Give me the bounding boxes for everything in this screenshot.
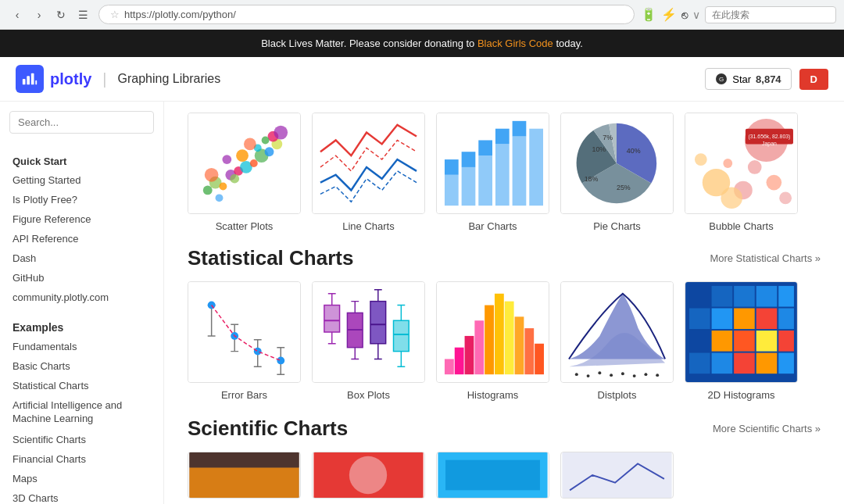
svg-text:Japan: Japan xyxy=(762,141,777,147)
sidebar-item-financial-charts[interactable]: Financial Charts xyxy=(0,449,163,469)
svg-point-26 xyxy=(274,126,288,140)
svg-rect-109 xyxy=(515,316,524,374)
svg-rect-131 xyxy=(778,308,794,329)
forward-button[interactable]: › xyxy=(30,5,48,24)
svg-point-25 xyxy=(262,137,270,145)
svg-rect-122 xyxy=(689,286,710,307)
more-statistical-charts-link[interactable]: More Statistical Charts » xyxy=(710,252,821,264)
sidebar-item-github[interactable]: GitHub xyxy=(0,268,163,288)
extension-icon[interactable]: 🔋 xyxy=(641,7,656,22)
svg-rect-110 xyxy=(524,328,534,374)
svg-text:(31.656k, 82.803): (31.656k, 82.803) xyxy=(748,134,790,140)
svg-point-7 xyxy=(203,186,213,195)
announcement-text-end: today. xyxy=(556,38,582,49)
svg-rect-138 xyxy=(712,353,733,374)
statistical-charts-grid: Error Bars xyxy=(188,281,821,401)
star-count: 8,874 xyxy=(756,73,781,85)
svg-rect-0 xyxy=(23,79,26,84)
svg-text:40%: 40% xyxy=(627,147,641,155)
sidebar-item-dash[interactable]: Dash xyxy=(0,248,163,268)
distplots-svg xyxy=(561,282,673,382)
sidebar-item-basic-charts[interactable]: Basic Charts xyxy=(0,356,163,376)
bar-charts-card[interactable]: Bar Charts xyxy=(436,113,549,232)
svg-rect-141 xyxy=(778,353,794,374)
sidebar-item-statistical-charts[interactable]: Statistical Charts xyxy=(0,376,163,395)
svg-point-55 xyxy=(695,153,707,166)
histograms-card[interactable]: Histograms xyxy=(436,281,549,401)
svg-text:25%: 25% xyxy=(617,184,631,191)
2d-histograms-card[interactable]: 2D Histograms xyxy=(685,281,798,401)
sidebar-search-input[interactable] xyxy=(9,111,154,134)
logo-text: plotly xyxy=(50,70,91,88)
donate-button[interactable]: D xyxy=(799,69,828,90)
svg-rect-127 xyxy=(689,308,710,329)
sidebar-item-figure-reference[interactable]: Figure Reference xyxy=(0,209,163,229)
browser-search-input[interactable] xyxy=(705,6,836,23)
sidebar-item-fundamentals[interactable]: Fundamentals xyxy=(0,337,163,356)
scientific-thumb-2 xyxy=(312,452,425,499)
examples-section-title: Examples xyxy=(0,316,163,337)
home-button[interactable]: ☰ xyxy=(73,5,92,24)
announcement-link[interactable]: Black Girls Code xyxy=(477,38,553,49)
svg-rect-135 xyxy=(756,331,778,352)
pie-charts-card[interactable]: 40% 25% 18% 10% 7% Pie Charts xyxy=(560,113,674,232)
svg-rect-1 xyxy=(27,76,30,84)
scientific-chart-2[interactable] xyxy=(312,452,425,499)
svg-point-115 xyxy=(598,371,601,374)
browser-toolbar: ‹ › ↻ ☰ ☆ https://plotly.com/python/ 🔋 ⚡… xyxy=(0,0,844,29)
sidebar-item-3d-charts[interactable]: 3D Charts xyxy=(0,488,163,504)
statistical-charts-header: Statistical Charts More Statistical Char… xyxy=(188,246,821,270)
github-star-button[interactable]: G Star 8,874 xyxy=(705,68,791,90)
svg-rect-134 xyxy=(734,331,755,352)
more-scientific-charts-link[interactable]: More Scientific Charts » xyxy=(713,423,821,434)
svg-rect-35 xyxy=(495,144,510,206)
svg-point-71 xyxy=(254,348,262,356)
line-charts-thumb xyxy=(312,113,425,214)
bar-charts-label: Bar Charts xyxy=(468,220,517,232)
svg-rect-106 xyxy=(485,306,494,375)
back-button[interactable]: ‹ xyxy=(8,5,27,24)
address-bar[interactable]: ☆ https://plotly.com/python/ xyxy=(98,5,635,24)
logo-separator: | xyxy=(102,70,106,88)
svg-rect-2 xyxy=(31,73,34,85)
box-plots-card[interactable]: Box Plots xyxy=(312,281,425,401)
sidebar-item-getting-started[interactable]: Getting Started xyxy=(0,170,163,190)
svg-point-114 xyxy=(587,374,590,377)
extension2-icon[interactable]: ⚡ xyxy=(661,7,677,22)
svg-rect-29 xyxy=(445,175,459,206)
reload-button[interactable]: ↻ xyxy=(52,5,70,24)
svg-point-9 xyxy=(220,183,227,191)
share-button[interactable]: ⎋ xyxy=(681,9,688,21)
svg-rect-128 xyxy=(712,308,733,329)
distplots-card[interactable]: Distplots xyxy=(560,281,674,401)
pie-chart-svg: 40% 25% 18% 10% 7% xyxy=(561,113,673,213)
sidebar-item-api-reference[interactable]: API Reference xyxy=(0,229,163,248)
svg-rect-34 xyxy=(478,140,492,155)
scientific-svg-1 xyxy=(188,452,300,498)
sidebar-item-maps[interactable]: Maps xyxy=(0,469,163,488)
svg-point-13 xyxy=(250,159,258,167)
sidebar-item-ai-ml[interactable]: Artificial Intelligence and Machine Lear… xyxy=(0,395,163,430)
svg-point-54 xyxy=(779,191,792,204)
scientific-chart-4[interactable] xyxy=(560,452,674,499)
sidebar-item-is-plotly-free[interactable]: Is Plotly Free? xyxy=(0,190,163,209)
scientific-svg-4 xyxy=(561,452,673,498)
svg-rect-126 xyxy=(778,286,794,307)
logo-subtitle: Graphing Libraries xyxy=(118,72,221,86)
bubble-charts-card[interactable]: (31.656k, 82.803) Japan Bubble Charts xyxy=(685,113,798,232)
scatter-plots-card[interactable]: Scatter Plots xyxy=(188,113,301,232)
svg-point-120 xyxy=(656,374,659,377)
svg-rect-37 xyxy=(513,137,527,206)
line-charts-label: Line Charts xyxy=(342,220,394,232)
sidebar-item-community[interactable]: community.plotly.com xyxy=(0,288,163,307)
distplots-label: Distplots xyxy=(598,389,637,401)
svg-rect-133 xyxy=(712,331,733,352)
error-bars-card[interactable]: Error Bars xyxy=(188,281,301,401)
svg-rect-111 xyxy=(535,344,544,374)
browser-actions: 🔋 ⚡ ⎋ ∨ xyxy=(641,6,836,23)
scientific-chart-1[interactable] xyxy=(188,452,301,499)
svg-rect-123 xyxy=(712,286,733,307)
line-charts-card[interactable]: Line Charts xyxy=(312,113,425,232)
sidebar-item-scientific-charts[interactable]: Scientific Charts xyxy=(0,430,163,449)
scientific-chart-3[interactable] xyxy=(436,452,549,499)
